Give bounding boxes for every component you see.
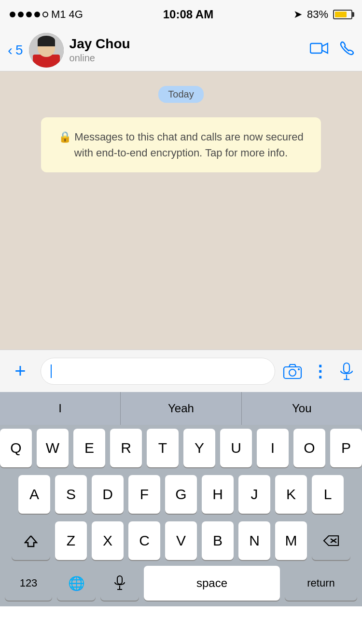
svg-rect-4 bbox=[38, 41, 55, 46]
message-input[interactable] bbox=[41, 358, 275, 385]
predictive-item-i[interactable]: I bbox=[0, 392, 121, 425]
key-p[interactable]: P bbox=[330, 429, 362, 467]
nav-actions bbox=[310, 41, 354, 59]
predictive-bar: I Yeah You bbox=[0, 392, 362, 425]
key-o[interactable]: O bbox=[293, 429, 325, 467]
keyboard-mic-key[interactable] bbox=[100, 566, 139, 601]
predictive-item-you[interactable]: You bbox=[242, 392, 362, 425]
svg-point-18 bbox=[289, 369, 296, 376]
signal-dot-4 bbox=[34, 12, 40, 17]
space-key[interactable]: space bbox=[144, 566, 280, 601]
status-left: M1 4G bbox=[10, 8, 83, 21]
back-chevron-icon: ‹ bbox=[8, 42, 13, 58]
signal-dot-1 bbox=[10, 12, 15, 17]
input-right-icons: ⋮ bbox=[283, 362, 354, 381]
back-button[interactable]: ‹ 5 bbox=[8, 42, 23, 58]
video-icon-svg bbox=[310, 42, 328, 55]
key-n[interactable]: N bbox=[238, 521, 270, 560]
more-options-button[interactable]: ⋮ bbox=[312, 362, 329, 381]
carrier-label: M1 bbox=[51, 8, 66, 21]
keyboard-row-3: Z X C V B N M bbox=[0, 518, 362, 564]
keyboard-row-2: A S D F G H J K L bbox=[0, 471, 362, 518]
numbers-key[interactable]: 123 bbox=[5, 566, 52, 601]
key-b[interactable]: B bbox=[202, 521, 234, 560]
keyboard-row-1: Q W E R T Y U I O P bbox=[0, 425, 362, 471]
signal-dot-5 bbox=[42, 12, 48, 17]
avatar-svg bbox=[29, 33, 64, 68]
status-right: ➤ 83% bbox=[293, 8, 352, 21]
key-c[interactable]: C bbox=[128, 521, 160, 560]
key-x[interactable]: X bbox=[92, 521, 124, 560]
key-d[interactable]: D bbox=[92, 475, 124, 514]
status-bar: M1 4G 10:08 AM ➤ 83% bbox=[0, 0, 362, 29]
key-e[interactable]: E bbox=[73, 429, 105, 467]
key-z[interactable]: Z bbox=[55, 521, 87, 560]
globe-key[interactable]: 🌐 bbox=[57, 566, 96, 601]
phone-call-icon[interactable] bbox=[340, 41, 354, 59]
key-v[interactable]: V bbox=[165, 521, 197, 560]
network-label: 4G bbox=[69, 8, 83, 21]
camera-icon-svg bbox=[283, 363, 302, 379]
camera-button[interactable] bbox=[283, 363, 302, 379]
status-time: 10:08 AM bbox=[163, 8, 213, 21]
voice-message-button[interactable] bbox=[339, 362, 354, 380]
key-f[interactable]: F bbox=[128, 475, 160, 514]
svg-rect-25 bbox=[117, 576, 122, 584]
signal-dot-3 bbox=[26, 12, 32, 17]
encryption-notice[interactable]: 🔒 Messages to this chat and calls are no… bbox=[41, 117, 321, 172]
contact-name: Jay Chou bbox=[70, 36, 304, 52]
signal-dot-2 bbox=[18, 12, 24, 17]
key-r[interactable]: R bbox=[110, 429, 142, 467]
input-bar: + ⋮ bbox=[0, 350, 362, 392]
key-h[interactable]: H bbox=[202, 475, 234, 514]
mic-icon-svg bbox=[339, 362, 354, 380]
predictive-item-yeah[interactable]: Yeah bbox=[121, 392, 241, 425]
contact-status: online bbox=[70, 53, 304, 64]
key-u[interactable]: U bbox=[220, 429, 252, 467]
keyboard-bottom-row: 123 🌐 space return bbox=[0, 564, 362, 606]
signal-dots bbox=[10, 12, 48, 17]
chat-area: Today 🔒 Messages to this chat and calls … bbox=[0, 71, 362, 350]
key-q[interactable]: Q bbox=[0, 429, 32, 467]
keyboard: Q W E R T Y U I O P A S D F G H J K L Z … bbox=[0, 425, 362, 606]
plus-button[interactable]: + bbox=[8, 359, 33, 384]
back-count-label: 5 bbox=[15, 42, 23, 58]
svg-point-19 bbox=[298, 368, 300, 370]
date-badge: Today bbox=[158, 86, 203, 103]
contact-info: Jay Chou online bbox=[70, 36, 304, 64]
key-j[interactable]: J bbox=[238, 475, 270, 514]
avatar-image bbox=[29, 33, 64, 68]
key-s[interactable]: S bbox=[55, 475, 87, 514]
text-cursor bbox=[51, 364, 52, 378]
key-g[interactable]: G bbox=[165, 475, 197, 514]
key-w[interactable]: W bbox=[37, 429, 69, 467]
delete-icon bbox=[323, 535, 339, 546]
svg-rect-5 bbox=[310, 43, 322, 53]
key-y[interactable]: Y bbox=[183, 429, 215, 467]
battery-icon bbox=[333, 10, 352, 19]
video-call-icon[interactable] bbox=[310, 42, 328, 58]
shift-key[interactable] bbox=[12, 521, 50, 560]
key-m[interactable]: M bbox=[275, 521, 307, 560]
battery-percent: 83% bbox=[307, 8, 328, 21]
chat-content: Today 🔒 Messages to this chat and calls … bbox=[0, 71, 362, 182]
battery-fill bbox=[335, 12, 347, 17]
return-key[interactable]: return bbox=[285, 566, 357, 601]
key-k[interactable]: K bbox=[275, 475, 307, 514]
phone-icon-svg bbox=[340, 41, 354, 56]
keyboard-mic-icon bbox=[113, 575, 126, 591]
avatar[interactable] bbox=[29, 33, 64, 68]
location-icon: ➤ bbox=[293, 8, 302, 21]
key-a[interactable]: A bbox=[18, 475, 50, 514]
key-t[interactable]: T bbox=[147, 429, 179, 467]
nav-bar: ‹ 5 Jay Chou online bbox=[0, 29, 362, 71]
svg-rect-20 bbox=[344, 363, 349, 373]
key-l[interactable]: L bbox=[312, 475, 344, 514]
shift-icon bbox=[24, 534, 38, 547]
delete-key[interactable] bbox=[312, 521, 350, 560]
key-i[interactable]: I bbox=[257, 429, 289, 467]
